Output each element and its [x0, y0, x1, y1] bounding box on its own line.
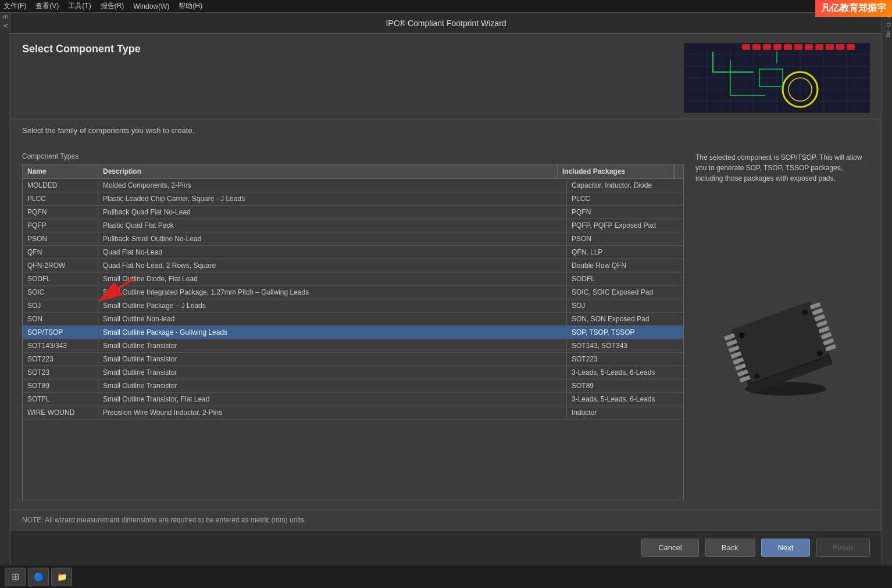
taskbar-button-3[interactable]: 📁 [51, 568, 72, 586]
svg-rect-16 [773, 44, 782, 50]
cell-description: Plastic Leaded Chip Carrier, Square - J … [98, 192, 567, 205]
svg-rect-45 [823, 338, 834, 345]
svg-rect-21 [826, 44, 834, 50]
cell-description: Small Outline Non-lead [98, 313, 567, 325]
cell-packages: SOT89 [567, 379, 683, 392]
cell-name: SOTFL [23, 393, 98, 406]
note-section: NOTE: All wizard measurement dimensions … [10, 510, 882, 530]
cell-packages: PQFN [567, 206, 683, 218]
content-area: Component Types Name Description Include… [10, 143, 882, 510]
right-tab-ng[interactable]: ng [882, 30, 892, 39]
taskbar-button-2[interactable]: 🔵 [28, 568, 49, 586]
table-row[interactable]: SOT223 Small Outline Transistor SOT223 [23, 353, 683, 366]
table-row[interactable]: PSON Pullback Small Outline No-Lead PSON [23, 232, 683, 246]
menu-item-tools[interactable]: 工具(T) [68, 1, 91, 11]
svg-rect-43 [819, 326, 830, 334]
menu-item-window[interactable]: Window(W) [133, 2, 169, 10]
cell-description: Small Outline Integrated Package, 1.27mm… [98, 286, 567, 299]
taskbar-button-1[interactable]: ⊞ [5, 568, 26, 586]
cell-name: WIRE WOUND [23, 406, 98, 419]
table-row[interactable]: PQFN Pullback Quad Flat No-Lead PQFN [23, 206, 683, 219]
cell-name: PQFP [23, 219, 98, 232]
cell-name: SOJ [23, 299, 98, 312]
svg-rect-17 [784, 44, 792, 50]
cell-name: SON [23, 313, 98, 325]
cell-packages: SODFL [567, 273, 683, 285]
table-row[interactable]: SON Small Outline Non-lead SON, SON Expo… [23, 313, 683, 326]
cell-packages: SOJ [567, 299, 683, 312]
cancel-button[interactable]: Cancel [641, 539, 698, 557]
back-button[interactable]: Back [705, 539, 755, 557]
menu-item-file[interactable]: 文件(F) [3, 1, 26, 11]
cell-name: SOT89 [23, 379, 98, 392]
svg-rect-14 [752, 44, 761, 50]
cell-description: Pullback Small Outline No-Lead [98, 232, 567, 245]
cell-packages: SOT223 [567, 353, 683, 365]
finish-button[interactable]: Finish [816, 539, 870, 557]
dialog-container: IPC® Compliant Footprint Wizard Select C… [10, 13, 882, 565]
right-sidebar: V O ng [882, 13, 892, 565]
svg-rect-13 [742, 44, 750, 50]
right-tab-2[interactable]: O [882, 21, 892, 28]
left-tab-2[interactable]: V [0, 21, 10, 30]
table-header: Name Description Included Packages [23, 164, 683, 179]
menu-bar: 文件(F) 查看(V) 工具(T) 报告(R) Window(W) 帮助(H) [0, 0, 892, 13]
svg-rect-20 [815, 44, 823, 50]
cell-packages: PLCC [567, 192, 683, 205]
svg-rect-23 [847, 44, 855, 50]
cell-name: QFN-2ROW [23, 259, 98, 272]
svg-rect-19 [805, 44, 813, 50]
cell-name: SOT23 [23, 366, 98, 379]
cell-name: SOP/TSOP [23, 326, 98, 339]
table-row[interactable]: SOJ Small Outline Package – J Leads SOJ [23, 299, 683, 313]
table-row[interactable]: PQFP Plastic Quad Flat Pack PQFP, PQFP E… [23, 219, 683, 232]
info-description: The selected component is SOP/TSOP. This… [695, 152, 870, 184]
cell-description: Quad Flat No-Lead, 2 Rows, Square [98, 259, 567, 272]
menu-item-help[interactable]: 帮助(H) [179, 1, 202, 11]
cell-name: SOT223 [23, 353, 98, 365]
left-tab-1[interactable]: E [0, 13, 10, 21]
table-row[interactable]: SOT89 Small Outline Transistor SOT89 [23, 379, 683, 393]
menu-item-view[interactable]: 查看(V) [35, 1, 59, 11]
left-sidebar: E V [0, 13, 10, 565]
header-section: Select Component Type [10, 34, 882, 119]
table-row[interactable]: MOLDED Molded Components, 2-Pins Capacit… [23, 179, 683, 192]
cell-packages: PSON [567, 232, 683, 245]
table-row[interactable]: QFN Quad Flat No-Lead QFN, LLP [23, 246, 683, 259]
cell-name: MOLDED [23, 179, 98, 192]
col-name: Name [23, 164, 98, 178]
cell-packages: SOT143, SOT343 [567, 339, 683, 352]
component-table: Name Description Included Packages MOLDE… [22, 164, 684, 500]
table-row[interactable]: SOTFL Small Outline Transistor, Flat Lea… [23, 393, 683, 406]
table-row[interactable]: QFN-2ROW Quad Flat No-Lead, 2 Rows, Squa… [23, 259, 683, 273]
next-button[interactable]: Next [761, 539, 811, 557]
table-row[interactable]: SOIC Small Outline Integrated Package, 1… [23, 286, 683, 299]
svg-rect-41 [814, 314, 825, 321]
cell-name: SODFL [23, 273, 98, 285]
table-row[interactable]: SOP/TSOP Small Outline Package - Gullwin… [23, 326, 683, 339]
col-packages: Included Packages [558, 164, 674, 178]
table-row[interactable]: WIRE WOUND Precision Wire Wound Inductor… [23, 406, 683, 420]
cell-description: Small Outline Diode, Flat Lead [98, 273, 567, 285]
table-row[interactable]: SOT143/343 Small Outline Transistor SOT1… [23, 339, 683, 353]
cell-packages: 3-Leads, 5-Leads, 6-Leads [567, 366, 683, 379]
cell-name: QFN [23, 246, 98, 259]
menu-item-report[interactable]: 报告(R) [101, 1, 124, 11]
cell-description: Quad Flat No-Lead [98, 246, 567, 259]
cell-description: Plastic Quad Flat Pack [98, 219, 567, 232]
svg-rect-42 [816, 320, 827, 327]
instruction-text: Select the family of components you wish… [22, 126, 870, 135]
cell-description: Pullback Quad Flat No-Lead [98, 206, 567, 218]
svg-rect-44 [820, 332, 832, 339]
svg-rect-40 [812, 308, 823, 315]
section-label: Component Types [22, 152, 684, 160]
table-row[interactable]: SODFL Small Outline Diode, Flat Lead SOD… [23, 273, 683, 286]
title-bar: IPC® Compliant Footprint Wizard [10, 13, 882, 34]
table-row[interactable]: SOT23 Small Outline Transistor 3-Leads, … [23, 366, 683, 379]
cell-description: Small Outline Transistor, Flat Lead [98, 393, 567, 406]
cell-description: Small Outline Transistor [98, 366, 567, 379]
cell-name: SOIC [23, 286, 98, 299]
table-body: MOLDED Molded Components, 2-Pins Capacit… [23, 179, 683, 500]
table-row[interactable]: PLCC Plastic Leaded Chip Carrier, Square… [23, 192, 683, 206]
cell-name: PSON [23, 232, 98, 245]
